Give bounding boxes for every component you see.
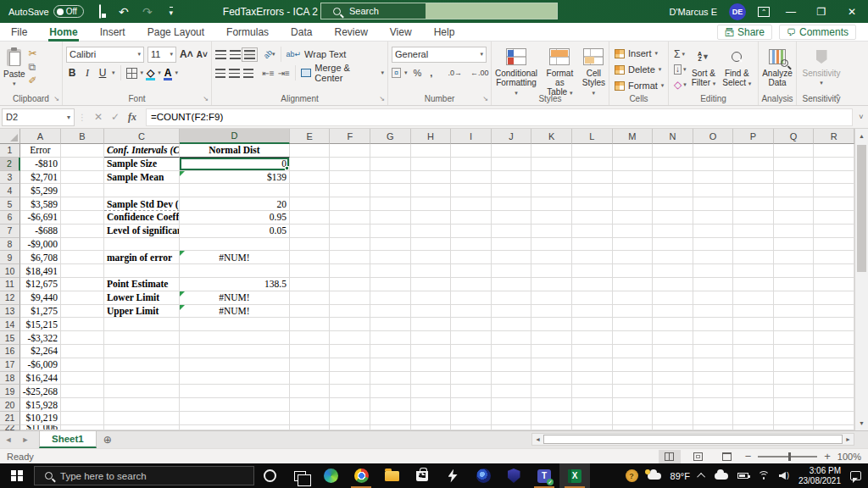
- align-middle-icon[interactable]: [230, 50, 241, 59]
- cell-J12[interactable]: [492, 291, 532, 305]
- col-header-M[interactable]: M: [613, 129, 654, 144]
- clock[interactable]: 3:06 PM23/08/2021: [798, 466, 841, 485]
- cell-F20[interactable]: [330, 398, 370, 412]
- cell-P6[interactable]: [733, 211, 774, 225]
- cell-E14[interactable]: [290, 318, 331, 331]
- tab-help[interactable]: Help: [423, 24, 466, 41]
- cell-N10[interactable]: [653, 264, 693, 278]
- cell-O9[interactable]: [693, 251, 734, 264]
- cell-C8[interactable]: [104, 238, 180, 252]
- fill-handle[interactable]: [285, 166, 289, 170]
- cell-D18[interactable]: [180, 372, 290, 385]
- cell-M9[interactable]: [613, 251, 654, 264]
- decrease-indent-icon[interactable]: ⇤≡: [262, 69, 274, 78]
- cell-Q15[interactable]: [774, 331, 815, 345]
- cell-M4[interactable]: [613, 184, 654, 197]
- cell-A5[interactable]: $3,589: [20, 197, 61, 211]
- row-header-17[interactable]: 17: [0, 358, 20, 372]
- cell-P16[interactable]: [733, 345, 774, 358]
- cell-F14[interactable]: [330, 318, 370, 331]
- align-center-icon[interactable]: [229, 69, 239, 78]
- cell-H22[interactable]: [411, 425, 452, 430]
- cell-I6[interactable]: [451, 211, 492, 225]
- file-explorer-button[interactable]: [376, 463, 407, 488]
- cell-R17[interactable]: [814, 358, 854, 372]
- cell-M18[interactable]: [613, 372, 654, 385]
- quick-access-dropdown-icon[interactable]: ▾: [170, 7, 174, 17]
- cell-M1[interactable]: [613, 144, 654, 158]
- cell-N15[interactable]: [653, 331, 693, 345]
- cell-E17[interactable]: [290, 358, 331, 372]
- cell-H14[interactable]: [411, 318, 452, 331]
- cell-K6[interactable]: [531, 211, 572, 225]
- cell-F6[interactable]: [330, 211, 370, 225]
- row-header-2[interactable]: 2: [0, 158, 20, 171]
- cell-K9[interactable]: [531, 251, 572, 264]
- excel-taskbar-button[interactable]: X: [559, 463, 590, 488]
- cell-O13[interactable]: [693, 305, 734, 319]
- merge-center-button[interactable]: Merge & Center▾: [301, 63, 384, 83]
- cell-K20[interactable]: [531, 398, 572, 412]
- ribbon-display-options-button[interactable]: ⌃: [758, 7, 770, 17]
- cell-I16[interactable]: [451, 345, 492, 358]
- cell-F15[interactable]: [330, 331, 370, 345]
- cell-B7[interactable]: [61, 225, 104, 238]
- cell-H2[interactable]: [411, 158, 452, 171]
- cell-C10[interactable]: [104, 264, 180, 278]
- cell-R7[interactable]: [814, 225, 854, 238]
- cell-F16[interactable]: [330, 345, 370, 358]
- cell-I8[interactable]: [451, 238, 492, 252]
- cell-H13[interactable]: [411, 305, 452, 319]
- cell-D10[interactable]: [180, 264, 290, 278]
- cell-R19[interactable]: [814, 385, 854, 398]
- cell-R15[interactable]: [814, 331, 854, 345]
- save-icon[interactable]: [99, 4, 101, 19]
- cell-Q18[interactable]: [774, 372, 815, 385]
- cell-F7[interactable]: [330, 225, 370, 238]
- cell-O1[interactable]: [693, 144, 734, 158]
- action-center-icon[interactable]: [850, 471, 861, 480]
- cell-J21[interactable]: [492, 412, 532, 425]
- cell-P2[interactable]: [733, 158, 774, 171]
- cell-N14[interactable]: [653, 318, 693, 331]
- cell-E16[interactable]: [290, 345, 331, 358]
- cell-C12[interactable]: Lower Limit: [104, 291, 180, 305]
- cell-K2[interactable]: [531, 158, 572, 171]
- cell-O6[interactable]: [693, 211, 734, 225]
- cell-L4[interactable]: [572, 184, 613, 197]
- cell-F13[interactable]: [330, 305, 370, 319]
- cell-N1[interactable]: [653, 144, 693, 158]
- cell-B22[interactable]: [61, 425, 104, 430]
- col-header-G[interactable]: G: [370, 129, 411, 144]
- cell-I3[interactable]: [451, 171, 492, 185]
- cell-E4[interactable]: [290, 184, 331, 197]
- battery-icon[interactable]: [737, 473, 748, 479]
- cell-O21[interactable]: [693, 412, 734, 425]
- cell-J8[interactable]: [492, 238, 532, 252]
- cell-K1[interactable]: [531, 144, 572, 158]
- name-box[interactable]: D2▾: [2, 108, 75, 126]
- tab-page-layout[interactable]: Page Layout: [136, 24, 215, 41]
- cell-A16[interactable]: $2,264: [20, 345, 61, 358]
- cell-K19[interactable]: [531, 385, 572, 398]
- cell-M2[interactable]: [613, 158, 654, 171]
- cell-D4[interactable]: [180, 184, 290, 197]
- cell-C9[interactable]: margin of error: [104, 251, 180, 264]
- align-top-icon[interactable]: [215, 50, 226, 59]
- cell-R1[interactable]: [814, 144, 854, 158]
- avatar[interactable]: DE: [729, 3, 746, 20]
- cell-D9[interactable]: #NUM!: [180, 251, 290, 264]
- row-header-13[interactable]: 13: [0, 305, 20, 319]
- cell-D5[interactable]: 20: [180, 197, 290, 211]
- cell-P14[interactable]: [733, 318, 774, 331]
- cancel-icon[interactable]: ✕: [90, 111, 107, 123]
- cell-K13[interactable]: [531, 305, 572, 319]
- cell-J3[interactable]: [492, 171, 532, 185]
- cell-J7[interactable]: [492, 225, 532, 238]
- col-header-A[interactable]: A: [20, 129, 61, 144]
- cell-L3[interactable]: [572, 171, 613, 185]
- cell-L13[interactable]: [572, 305, 613, 319]
- cell-L2[interactable]: [572, 158, 613, 171]
- cell-Q16[interactable]: [774, 345, 815, 358]
- cell-A22[interactable]: $11,006: [20, 425, 61, 430]
